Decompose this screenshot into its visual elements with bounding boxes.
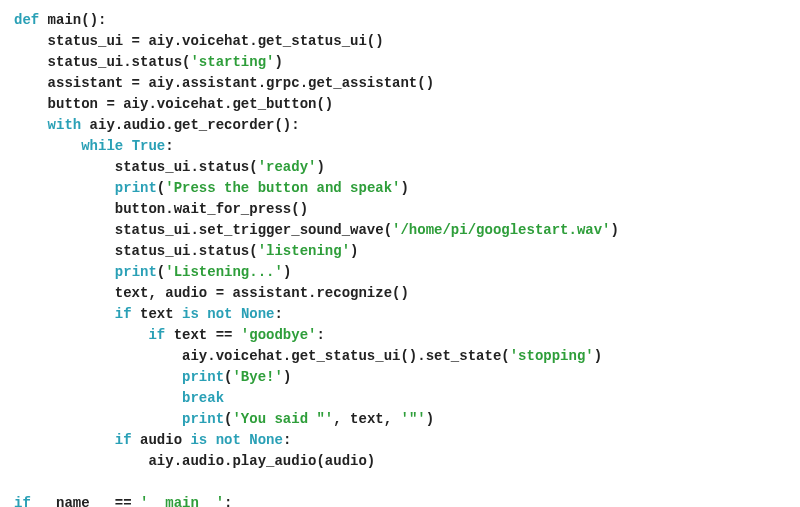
keyword-while: while	[81, 138, 123, 154]
code-text: )	[611, 222, 619, 238]
string-literal: 'Listening...'	[165, 264, 283, 280]
code-line: status_ui = aiy.voicehat.get_status_ui()	[14, 33, 384, 49]
code-line: text, audio = assistant.recognize()	[14, 285, 409, 301]
string-literal: 'You said "'	[232, 411, 333, 427]
code-text	[123, 138, 131, 154]
string-literal: '__main__'	[140, 495, 224, 507]
builtin-none: None	[249, 432, 283, 448]
string-literal: 'Bye!'	[232, 369, 282, 385]
code-text: audio	[132, 432, 191, 448]
code-text: )	[594, 348, 602, 364]
code-text: )	[426, 411, 434, 427]
code-block: def main(): status_ui = aiy.voicehat.get…	[14, 10, 786, 507]
keyword-if: if	[14, 495, 31, 507]
code-text: status_ui.status(	[14, 54, 190, 70]
keyword-if: if	[148, 327, 165, 343]
code-text: )	[283, 264, 291, 280]
func-name: main():	[39, 12, 106, 28]
string-literal: 'listening'	[258, 243, 350, 259]
code-text: aiy.audio.get_recorder():	[81, 117, 299, 133]
code-text: :	[316, 327, 324, 343]
code-text: , text,	[333, 411, 400, 427]
string-literal: 'starting'	[190, 54, 274, 70]
code-text: status_ui.set_trigger_sound_wave(	[14, 222, 392, 238]
code-line: aiy.audio.play_audio(audio)	[14, 453, 375, 469]
code-text: __name__ ==	[31, 495, 140, 507]
string-literal: 'ready'	[258, 159, 317, 175]
string-literal: 'stopping'	[510, 348, 594, 364]
code-line: button.wait_for_press()	[14, 201, 308, 217]
builtin-print: print	[115, 180, 157, 196]
code-text	[232, 306, 240, 322]
code-text: status_ui.status(	[14, 159, 258, 175]
builtin-print: print	[182, 411, 224, 427]
builtin-none: None	[241, 306, 275, 322]
code-text: )	[401, 180, 409, 196]
keyword-with: with	[48, 117, 82, 133]
keyword-if: if	[115, 306, 132, 322]
code-text: text ==	[165, 327, 241, 343]
string-literal: '"'	[401, 411, 426, 427]
keyword-isnot: is not	[182, 306, 232, 322]
keyword-def: def	[14, 12, 39, 28]
string-literal: 'Press the button and speak'	[165, 180, 400, 196]
keyword-break: break	[182, 390, 224, 406]
code-text: )	[350, 243, 358, 259]
code-text: :	[224, 495, 232, 507]
string-literal: 'goodbye'	[241, 327, 317, 343]
code-text: :	[165, 138, 173, 154]
code-text: :	[275, 306, 283, 322]
code-text: status_ui.status(	[14, 243, 258, 259]
code-text: )	[283, 369, 291, 385]
code-text: (	[157, 180, 165, 196]
string-literal: '/home/pi/googlestart.wav'	[392, 222, 610, 238]
code-text: :	[283, 432, 291, 448]
code-line: assistant = aiy.assistant.grpc.get_assis…	[14, 75, 434, 91]
builtin-print: print	[115, 264, 157, 280]
builtin-print: print	[182, 369, 224, 385]
builtin-true: True	[132, 138, 166, 154]
code-text: aiy.voicehat.get_status_ui().set_state(	[14, 348, 510, 364]
code-text: text	[132, 306, 182, 322]
code-text: (	[157, 264, 165, 280]
code-line: button = aiy.voicehat.get_button()	[14, 96, 333, 112]
keyword-isnot: is not	[190, 432, 240, 448]
code-text: )	[274, 54, 282, 70]
code-text: )	[316, 159, 324, 175]
keyword-if: if	[115, 432, 132, 448]
